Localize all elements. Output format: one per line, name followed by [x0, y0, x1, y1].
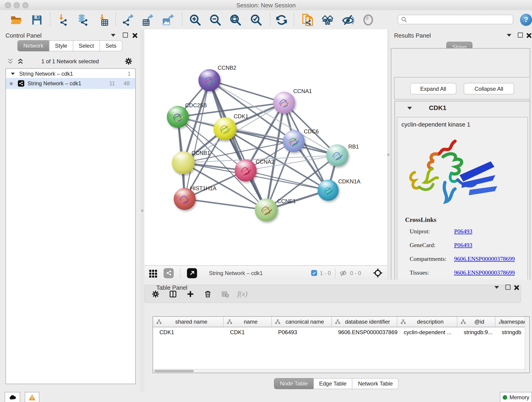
network-edge	[209, 80, 284, 103]
tree-expand-icon[interactable]	[11, 73, 15, 75]
network-canvas[interactable]: CCNB2CCNA1CDC25BCDK1CDC6RB1CCNB1CCNA2CDK…	[144, 29, 387, 265]
column-header-description[interactable]: description	[397, 317, 457, 327]
hidden-eye-icon[interactable]	[339, 269, 347, 277]
panel-float-icon[interactable]	[123, 32, 128, 38]
node-count: 11	[109, 80, 115, 87]
column-header-shared-name[interactable]: shared name	[153, 317, 224, 327]
fit-content-crosshair-icon[interactable]	[373, 268, 383, 278]
table-cell[interactable]: CDK1	[153, 327, 224, 337]
panel-close-icon[interactable]	[514, 285, 519, 290]
network-row-selected[interactable]: String Network – cdk1 11 48	[6, 78, 135, 89]
table-cell[interactable]: 9606.ENSP00000378699	[332, 327, 397, 337]
export-network-button[interactable]	[120, 12, 136, 27]
graph-node-label: HIST1H1A	[190, 185, 216, 191]
column-header-name[interactable]: name	[224, 317, 272, 327]
table-cell[interactable]: P06493	[272, 327, 332, 337]
memory-button[interactable]: Memory	[500, 392, 532, 402]
panel-menu-icon[interactable]	[111, 34, 115, 37]
crosslink-link[interactable]: 9606.ENSP00000378699	[454, 255, 515, 263]
warnings-button[interactable]	[25, 392, 39, 402]
panel-menu-icon[interactable]	[507, 34, 511, 37]
graph-node-ccnb1[interactable]	[172, 151, 195, 174]
network-view-toolbar: String Network – cdk1 1 - 0 0 - 0	[144, 265, 387, 280]
panel-float-icon[interactable]	[505, 285, 510, 290]
panel-menu-icon[interactable]	[494, 286, 499, 289]
splitter-handle[interactable]	[387, 153, 389, 156]
graph-node-rb1[interactable]	[326, 144, 348, 166]
delete-column-trash-icon[interactable]	[201, 288, 215, 300]
table-cell[interactable]: stringdb	[495, 327, 529, 337]
column-header-canonical-name[interactable]: canonical name	[272, 317, 332, 327]
open-session-button[interactable]	[8, 12, 24, 27]
new-network-from-selection-button[interactable]	[299, 12, 315, 27]
open-in-window-button[interactable]	[187, 268, 197, 278]
search-input[interactable]	[409, 16, 510, 23]
help-button[interactable]: ?	[520, 14, 532, 26]
table-cell[interactable]: cyclin-dependent ...	[397, 327, 457, 337]
toolbar-separator	[294, 13, 294, 26]
birds-eye-view-grid-icon[interactable]	[148, 268, 158, 278]
graph-node-ccna2[interactable]	[234, 160, 257, 182]
export-image-button[interactable]	[160, 12, 176, 27]
vertical-scrollbar[interactable]	[525, 317, 529, 373]
graph-node-ccne1[interactable]	[255, 198, 278, 221]
graph-node-label: CDK1	[234, 113, 248, 120]
panel-close-icon[interactable]	[526, 33, 531, 38]
graph-node-cdc6[interactable]	[283, 130, 305, 152]
zoom-fit-button[interactable]	[227, 12, 243, 27]
import-network-from-file-button[interactable]	[55, 12, 70, 27]
network-collection-row[interactable]: String Network – cdk1 1	[6, 70, 135, 78]
table-cell[interactable]: stringdb:9...	[457, 327, 495, 337]
table-row[interactable]: CDK1CDK1P064939606.ENSP00000378699cyclin…	[153, 327, 529, 337]
scrollbar-thumb[interactable]	[154, 370, 194, 372]
graph-node-ccna1[interactable]	[273, 92, 295, 114]
column-header-namespace[interactable]: namespace	[495, 317, 529, 327]
crosslink-link[interactable]: P06493	[454, 228, 472, 235]
section-collapse-icon[interactable]	[407, 107, 412, 109]
graph-node-cdkn1a[interactable]	[317, 180, 339, 201]
vertical-splitter-right[interactable]	[387, 29, 389, 280]
expand-all-button[interactable]: Expand All	[410, 83, 456, 95]
first-neighbors-button[interactable]	[320, 12, 336, 27]
network-options-gear-icon[interactable]	[125, 57, 133, 65]
cloud-status-button[interactable]	[5, 392, 20, 402]
tab-edge-table[interactable]: Edge Table	[313, 378, 353, 389]
collapse-all-button[interactable]: Collapse All	[464, 83, 514, 95]
graph-node-cdc25b[interactable]	[167, 106, 189, 128]
tab-style[interactable]: Style	[49, 40, 73, 51]
delete-table-icon-disabled	[218, 288, 232, 300]
vertical-splitter-left[interactable]	[140, 29, 144, 392]
tab-sets[interactable]: Sets	[99, 40, 122, 51]
network-edge	[185, 199, 266, 210]
crosslink-link[interactable]: 9606.ENSP00000378699	[454, 269, 515, 276]
protein-ribbon-thumbnail	[171, 110, 184, 124]
crosslink-label: GeneCard:	[410, 242, 454, 249]
show-all-button[interactable]	[360, 12, 376, 27]
apply-layout-button[interactable]	[273, 12, 289, 27]
zoom-selected-button[interactable]	[248, 12, 264, 27]
edge-count: 48	[123, 80, 130, 87]
export-table-button[interactable]	[140, 12, 155, 27]
graph-node-cdk1[interactable]	[214, 117, 236, 140]
hide-selected-button[interactable]	[340, 12, 355, 27]
tab-network-table[interactable]: Network Table	[352, 378, 399, 389]
panel-close-icon[interactable]	[132, 33, 137, 38]
tab-network[interactable]: Network	[17, 40, 50, 51]
tab-node-table[interactable]: Node Table	[274, 378, 314, 389]
selected-nodes-checkbox[interactable]	[311, 270, 317, 276]
splitter-handle[interactable]	[141, 210, 143, 212]
tab-select[interactable]: Select	[73, 40, 100, 51]
import-network-from-database-button[interactable]	[75, 12, 90, 27]
horizontal-scrollbar[interactable]	[153, 369, 525, 373]
import-table-from-file-button[interactable]	[95, 12, 111, 27]
graph-node-ccnb2[interactable]	[198, 69, 220, 91]
panel-float-icon[interactable]	[518, 32, 523, 38]
column-header-id[interactable]: @id	[457, 317, 495, 327]
zoom-in-button[interactable]	[187, 12, 203, 27]
table-cell[interactable]: CDK1	[224, 327, 272, 337]
save-session-button[interactable]	[29, 12, 44, 27]
zoom-out-button[interactable]	[207, 12, 223, 27]
network-type-icon[interactable]	[164, 268, 174, 278]
crosslink-link[interactable]: P06493	[454, 242, 472, 249]
column-header-database-identifier[interactable]: database identifier	[332, 317, 397, 327]
